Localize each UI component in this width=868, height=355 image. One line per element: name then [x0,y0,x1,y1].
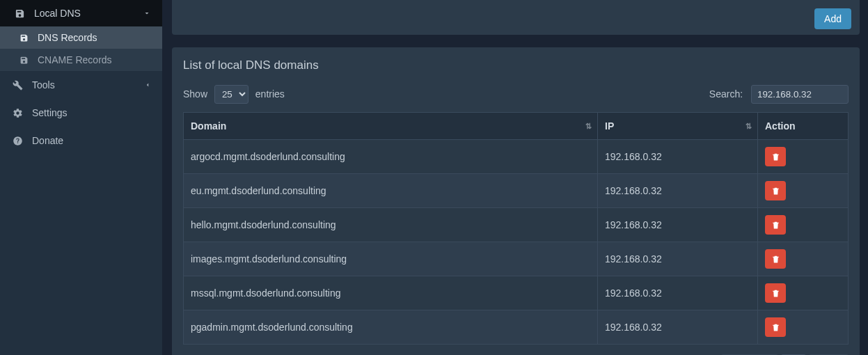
trash-icon [771,289,780,298]
donate-icon [11,136,24,146]
table-row: images.mgmt.dsoderlund.consulting192.168… [184,242,849,276]
cell-domain: images.mgmt.dsoderlund.consulting [184,242,598,276]
show-suffix: entries [255,88,285,100]
sidebar-item-settings[interactable]: Settings [0,99,162,127]
table-row: hello.mgmt.dsoderlund.consulting192.168.… [184,208,849,242]
sidebar-donate-label: Donate [32,135,151,146]
top-toolbar-card: Add [172,0,860,35]
cell-domain: pgadmin.mgmt.dsoderlund.consulting [184,310,598,345]
trash-icon [771,255,780,264]
cell-ip: 192.168.0.32 [598,276,758,310]
sidebar-local-dns-label: Local DNS [34,8,143,19]
delete-button[interactable] [765,283,786,303]
trash-icon [771,187,780,196]
col-header-domain-label: Domain [191,120,226,132]
cell-action [758,208,849,242]
sort-icon: ⇅ [585,122,592,131]
sidebar-subitem-label: DNS Records [38,32,97,43]
sidebar-tools-label: Tools [32,79,144,90]
table-row: argocd.mgmt.dsoderlund.consulting192.168… [184,140,849,174]
cell-ip: 192.168.0.32 [598,174,758,208]
save-icon [13,8,26,19]
sidebar-item-local-dns[interactable]: Local DNS [0,0,162,26]
cell-domain: eu.mgmt.dsoderlund.consulting [184,174,598,208]
add-button[interactable]: Add [814,8,851,29]
cell-ip: 192.168.0.32 [598,140,758,174]
search-control: Search: [709,85,849,104]
delete-button[interactable] [765,215,786,235]
sidebar-item-donate[interactable]: Donate [0,127,162,155]
cell-ip: 192.168.0.32 [598,242,758,276]
table-controls: Show 25 entries Search: [183,85,849,104]
table-row: mssql.mgmt.dsoderlund.consulting192.168.… [184,276,849,310]
save-icon [19,33,31,42]
delete-button[interactable] [765,317,786,337]
trash-icon [771,323,780,332]
cell-action [758,242,849,276]
cell-ip: 192.168.0.32 [598,208,758,242]
search-label: Search: [709,88,743,100]
delete-button[interactable] [765,147,786,166]
sort-icon: ⇅ [745,122,752,131]
cell-action [758,140,849,174]
cell-domain: argocd.mgmt.dsoderlund.consulting [184,140,598,174]
gear-icon [11,108,24,118]
cell-ip: 192.168.0.32 [598,310,758,345]
save-icon [19,56,31,65]
cell-domain: mssql.mgmt.dsoderlund.consulting [184,276,598,310]
dns-table: Domain ⇅ IP ⇅ Action argocd.mgmt.dsoderl… [183,112,849,345]
table-row: pgadmin.mgmt.dsoderlund.consulting192.16… [184,310,849,345]
delete-button[interactable] [765,181,786,200]
sidebar-item-tools[interactable]: Tools [0,71,162,99]
table-row: eu.mgmt.dsoderlund.consulting192.168.0.3… [184,174,849,208]
show-prefix: Show [183,88,207,100]
chevron-down-icon [143,9,151,17]
sidebar-settings-label: Settings [32,107,151,118]
col-header-action-label: Action [765,120,796,132]
tools-icon [11,80,24,90]
chevron-left-icon [144,81,151,88]
cell-action [758,174,849,208]
search-input[interactable] [751,85,849,104]
main-content: Add List of local DNS domains Show 25 en… [162,0,868,355]
sidebar-subitem-dns-records[interactable]: DNS Records [0,26,162,49]
cell-action [758,310,849,345]
delete-button[interactable] [765,249,786,269]
dns-list-card: List of local DNS domains Show 25 entrie… [172,47,860,355]
col-header-domain[interactable]: Domain ⇅ [184,113,598,140]
col-header-ip-label: IP [605,120,614,132]
trash-icon [771,152,780,161]
card-title: List of local DNS domains [183,58,849,72]
col-header-ip[interactable]: IP ⇅ [598,113,758,140]
sidebar-submenu-local-dns: DNS Records CNAME Records [0,26,162,71]
cell-domain: hello.mgmt.dsoderlund.consulting [184,208,598,242]
trash-icon [771,221,780,230]
sidebar-subitem-label: CNAME Records [38,54,112,65]
length-control: Show 25 entries [183,85,285,104]
col-header-action: Action [758,113,849,140]
sidebar: Local DNS DNS Records CNAME Records Tool… [0,0,162,355]
sidebar-subitem-cname-records[interactable]: CNAME Records [0,49,162,71]
entries-select[interactable]: 25 [214,85,248,104]
cell-action [758,276,849,310]
